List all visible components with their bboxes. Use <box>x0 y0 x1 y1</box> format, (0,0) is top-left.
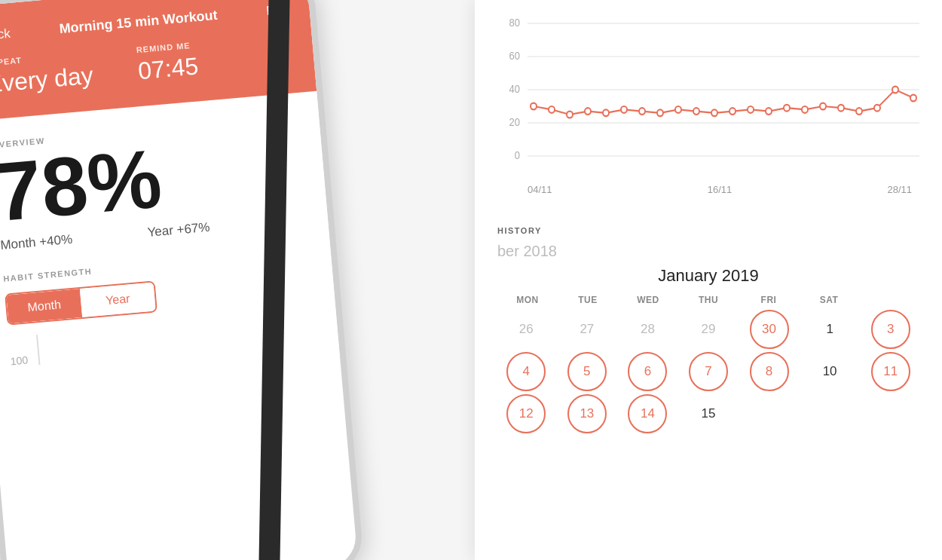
svg-point-20 <box>711 109 717 116</box>
cal-day[interactable]: 27 <box>567 310 607 349</box>
chart-x-labels: 04/11 16/11 28/11 <box>497 184 919 195</box>
cal-day[interactable]: 7 <box>689 352 728 391</box>
svg-point-22 <box>748 106 754 113</box>
col-wed: WED <box>618 295 678 305</box>
svg-point-15 <box>621 106 627 113</box>
svg-point-25 <box>802 106 808 113</box>
col-mon: MON <box>497 295 558 305</box>
cal-day[interactable]: 6 <box>628 352 667 391</box>
screen-title: Morning 15 min Workout <box>59 8 219 37</box>
cal-day[interactable]: 3 <box>871 310 910 349</box>
svg-point-14 <box>603 109 609 116</box>
phone-body: OVERVIEW 78% Month +40% Year +67% HABIT … <box>0 91 340 390</box>
calendar-header: MON TUE WED THU FRI SAT <box>497 295 919 305</box>
cal-day[interactable]: 15 <box>689 394 728 433</box>
line-chart: 80 60 40 20 0 <box>497 15 919 181</box>
remind-block: REMIND ME 07:45 <box>136 40 199 85</box>
repeat-block: REPEAT Every day <box>0 50 94 99</box>
cal-day[interactable]: 5 <box>567 352 607 391</box>
hundred-label: 100 <box>10 353 29 367</box>
phone-1: Back Morning 15 min Workout Edit REPEAT … <box>0 0 365 560</box>
history-label: HISTORY <box>497 226 919 235</box>
back-button[interactable]: Back <box>0 26 11 43</box>
remind-value: 07:45 <box>137 52 200 85</box>
cal-day[interactable]: 8 <box>750 352 789 391</box>
cal-day[interactable]: 26 <box>506 310 546 349</box>
svg-text:20: 20 <box>509 117 521 129</box>
col-thu: THU <box>678 295 739 305</box>
cal-day[interactable]: 29 <box>689 310 728 349</box>
svg-point-19 <box>693 108 699 115</box>
history-section: HISTORY ber 2018 January 2019 MON TUE WE… <box>497 226 919 433</box>
svg-point-12 <box>567 112 573 118</box>
col-fri: FRI <box>739 295 799 305</box>
svg-point-10 <box>531 103 537 110</box>
calendar-grid: 26 27 28 29 30 1 3 4 5 6 7 8 10 11 12 13… <box>497 310 919 433</box>
svg-point-11 <box>549 106 555 113</box>
x-label-2: 16/11 <box>708 184 732 195</box>
svg-point-31 <box>910 95 916 102</box>
meta-section: REPEAT Every day REMIND ME 07:45 <box>0 32 294 98</box>
svg-point-24 <box>784 105 790 112</box>
svg-point-21 <box>729 108 736 115</box>
year-toggle[interactable]: Year <box>80 283 156 317</box>
month-toggle[interactable]: Month <box>6 289 82 323</box>
cal-day[interactable]: 10 <box>810 352 849 391</box>
svg-point-30 <box>892 87 898 93</box>
svg-point-18 <box>675 106 681 113</box>
x-label-3: 28/11 <box>887 184 912 195</box>
cal-day[interactable]: 4 <box>506 352 546 391</box>
cal-day[interactable]: 11 <box>871 352 910 391</box>
line-chart-container: 80 60 40 20 0 <box>497 15 919 211</box>
cal-day[interactable]: 14 <box>628 394 667 433</box>
right-panel: 80 60 40 20 0 <box>475 0 942 560</box>
prev-month-text: ber 2018 <box>497 243 919 260</box>
col-tue: TUE <box>558 295 618 305</box>
svg-point-17 <box>657 109 663 116</box>
svg-point-16 <box>639 108 645 115</box>
svg-point-23 <box>766 108 772 115</box>
cal-day[interactable]: 13 <box>567 394 607 433</box>
svg-text:60: 60 <box>509 50 521 63</box>
calendar-title: January 2019 <box>497 266 919 286</box>
cal-day[interactable]: 30 <box>750 310 789 349</box>
col-sat: SAT <box>799 295 859 305</box>
svg-point-26 <box>820 103 826 110</box>
calendar-container: January 2019 MON TUE WED THU FRI SAT 26 … <box>497 266 919 433</box>
x-label-1: 04/11 <box>528 184 552 195</box>
toggle-group: Month Year <box>5 280 158 325</box>
svg-point-27 <box>838 105 844 112</box>
cal-day[interactable]: 1 <box>810 310 849 349</box>
svg-text:0: 0 <box>515 150 521 162</box>
cal-day[interactable]: 12 <box>506 394 546 433</box>
svg-point-13 <box>585 108 591 115</box>
svg-text:80: 80 <box>509 17 521 29</box>
svg-point-29 <box>874 105 880 112</box>
svg-text:40: 40 <box>509 84 521 96</box>
svg-point-28 <box>856 108 862 115</box>
repeat-value: Every day <box>0 62 94 99</box>
cal-day[interactable]: 28 <box>628 310 667 349</box>
